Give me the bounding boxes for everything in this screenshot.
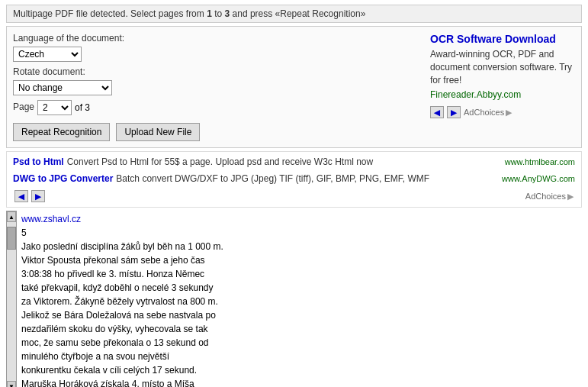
content-line-5: také překvapil, když doběhl o necelé 3 s…: [21, 282, 214, 293]
upload-new-file-button[interactable]: Upload New File: [116, 123, 200, 141]
ad-info-icon[interactable]: ▶: [506, 108, 512, 118]
bottom-next-arrow[interactable]: ▶: [31, 190, 45, 202]
page-row: Page 1 2 3 of 3: [13, 100, 423, 115]
bottom-ad-bar: Psd to Html Convert Psd to Html for 55$ …: [6, 151, 582, 208]
ad-item-2-title[interactable]: DWG to JPG Converter: [13, 173, 113, 184]
content-line-8: nezdařilém skoku do výšky, vyhecovala se…: [21, 324, 208, 334]
bottom-nav-row: ◀ ▶ AdChoices ▶: [13, 190, 575, 202]
content-area: ▲ ▼ www.zshavl.cz 5 Jako poslední discip…: [6, 211, 582, 387]
content-line-9: moc, že samu sebe překonala o 13 sekund …: [21, 337, 208, 348]
button-row: Repeat Recognition Upload New File: [13, 123, 423, 141]
rotate-select[interactable]: No change 90° CW 90° CCW 180°: [13, 80, 112, 95]
scrollbar[interactable]: ▲ ▼: [6, 211, 17, 387]
left-controls: Language of the document: Czech English …: [13, 33, 423, 141]
ad-title-link[interactable]: OCR Software Download: [430, 33, 575, 45]
rotate-label: Rotate document:: [13, 66, 423, 77]
content-line-10: minulého čtyřboje a na svou největší: [21, 351, 169, 362]
language-label: Language of the document:: [13, 33, 423, 44]
ad-prev-arrow[interactable]: ◀: [430, 106, 444, 118]
content-line-6: za Viktorem. Žákyně běžely vytrvalost na…: [21, 296, 218, 307]
bottom-arrows: ◀ ▶: [14, 190, 45, 202]
bottom-ad-choices: AdChoices ▶: [525, 192, 574, 202]
page-label: Page: [13, 102, 34, 112]
notification-bar: Multipage PDF file detected. Select page…: [6, 5, 582, 23]
ad-item-2-desc: Batch convert DWG/DXF to JPG (Jpeg) TIF …: [116, 173, 499, 184]
ad-next-arrow[interactable]: ▶: [447, 106, 461, 118]
language-control: Language of the document: Czech English …: [13, 33, 423, 62]
content-line-2: Jako poslední disciplína žáků byl běh na…: [21, 241, 223, 252]
scroll-down-arrow[interactable]: ▼: [7, 381, 16, 387]
page-select[interactable]: 1 2 3: [37, 100, 72, 115]
content-line-11: konkurentku čekala v cíli celých 17 seku…: [21, 365, 197, 376]
ad-text: Award-winning OCR, PDF and document conv…: [430, 48, 575, 86]
repeat-recognition-button[interactable]: Repeat Recognition: [13, 123, 110, 141]
bottom-info-icon[interactable]: ▶: [567, 192, 574, 202]
content-line-3: Viktor Spousta překonal sám sebe a jeho …: [21, 255, 205, 266]
ad-navigation: ◀ ▶ AdChoices ▶: [430, 106, 575, 118]
bottom-adchoices-label: AdChoices: [525, 192, 566, 201]
scroll-thumb[interactable]: [7, 227, 16, 250]
control-panel: Language of the document: Czech English …: [6, 26, 582, 148]
page-of: of 3: [75, 102, 90, 113]
content-line-12: Maruška Horáková získala 4. místo a Míša: [21, 379, 194, 387]
ad-website-link[interactable]: Finereader.Abbyy.com: [430, 89, 575, 100]
rotate-control: Rotate document: No change 90° CW 90° CC…: [13, 66, 423, 95]
content-line-4: 3:08:38 ho přivedl ke 3. místu. Honza Ně…: [21, 269, 204, 279]
content-line-1: 5: [21, 227, 27, 238]
content-url[interactable]: www.zshavl.cz: [21, 214, 81, 224]
ad-item-1-title[interactable]: Psd to Html: [13, 156, 64, 167]
ad-item-2: DWG to JPG Converter Batch convert DWG/D…: [13, 173, 575, 184]
content-line-7: Jelikož se Bára Doležalová na sebe nastv…: [21, 310, 216, 321]
ad-choices: AdChoices ▶: [464, 108, 512, 118]
ad-item-2-link[interactable]: www.AnyDWG.com: [502, 174, 575, 183]
language-select[interactable]: Czech English German French Slovak: [13, 47, 82, 62]
ad-item-1-link[interactable]: www.htmlbear.com: [505, 157, 575, 166]
bottom-prev-arrow[interactable]: ◀: [14, 190, 28, 202]
text-content: www.zshavl.cz 5 Jako poslední disciplína…: [20, 211, 582, 387]
ad-choices-label: AdChoices: [464, 108, 504, 117]
ad-item-1: Psd to Html Convert Psd to Html for 55$ …: [13, 156, 575, 167]
ad-item-1-desc: Convert Psd to Html for 55$ a page. Uplo…: [67, 156, 502, 167]
ad-panel: OCR Software Download Award-winning OCR,…: [423, 33, 575, 141]
scroll-up-arrow[interactable]: ▲: [7, 211, 16, 222]
notification-text: Multipage PDF file detected. Select page…: [13, 8, 365, 19]
